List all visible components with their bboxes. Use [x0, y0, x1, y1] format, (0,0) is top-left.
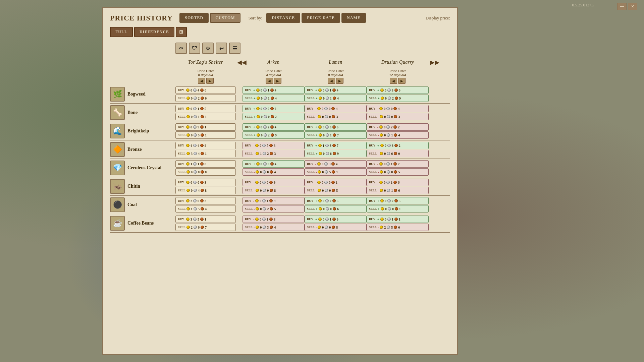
price-date-drusian: Price Date: 12 days old ◀ ▶: [367, 69, 429, 84]
item-name-cell-3: 🔶 Bronze: [110, 142, 175, 157]
buy-price-5-2: Buy -001: [305, 179, 367, 186]
item-icon-6: ⚫: [110, 197, 125, 212]
date-nav-fwd-lumen[interactable]: ▶: [336, 78, 343, 84]
buy-price-7-0: Buy 351: [175, 216, 236, 223]
item-divider: [110, 122, 450, 122]
item-divider: [110, 103, 450, 104]
panel-content: Price History Sorted Custom Sort by: Dis…: [103, 8, 457, 354]
date-nav-fwd-drusian[interactable]: ▶: [398, 78, 406, 84]
minimize-button[interactable]: —: [617, 3, 627, 10]
sell-price-2-2: Sell +017: [305, 131, 367, 139]
buy-price-6-1: Buy -019: [243, 197, 305, 204]
sell-price-6-2: Sell +006: [305, 205, 367, 213]
date-nav-back-arken[interactable]: ◀: [266, 78, 273, 84]
sell-price-1-3: Sell -003: [367, 113, 429, 120]
price-cell-0-1: Buy +014 Sell +014: [243, 86, 305, 102]
col-nav-right[interactable]: ▶▶: [429, 58, 435, 67]
item-name-cell-0: 🌿 Bogweed: [110, 87, 175, 102]
sort-by-label: Sort by:: [249, 15, 263, 21]
price-date-torzag: Price Date: 0 days old ◀ ▶: [175, 69, 236, 84]
buy-price-5-0: Buy 063: [175, 179, 236, 186]
price-cell-2-2: Buy +006 Sell +017: [305, 123, 367, 139]
sorted-button[interactable]: Sorted: [179, 13, 209, 23]
item-name-label-6: Coal: [127, 202, 137, 207]
price-date-lumen: Price Date: 8 days old ◀ ▶: [305, 69, 367, 84]
version-info: 0.5.25.0127E: [572, 3, 594, 8]
sort-distance-button[interactable]: Distance: [266, 13, 300, 23]
column-headers: Tor'Zag's Shelter ◀◀ Arken Lumen Drusian…: [110, 58, 450, 67]
item-icon-7: ☕: [110, 216, 125, 231]
sell-price-0-1: Sell +014: [243, 95, 305, 102]
buy-price-7-3: Buy +011: [367, 216, 429, 223]
filter-icon-armor[interactable]: 🛡: [189, 43, 200, 54]
item-name-label-0: Bogweed: [127, 92, 146, 97]
buy-price-0-2: Buy +014: [305, 86, 367, 94]
price-date-row: Price Date: 0 days old ◀ ▶ Price Date: 4…: [110, 69, 450, 84]
date-nav-back-torzag[interactable]: ◀: [198, 78, 205, 84]
buy-price-2-3: Buy -022: [367, 123, 429, 131]
header: Price History Sorted Custom Sort by: Dis…: [110, 13, 450, 37]
date-nav-fwd-arken[interactable]: ▶: [274, 78, 281, 84]
price-history-panel: Price History Sorted Custom Sort by: Dis…: [102, 7, 458, 355]
sort-buttons: Distance Price Date Name: [266, 13, 366, 23]
buy-price-6-3: Buy +025: [367, 197, 429, 204]
sell-price-0-3: Sell +029: [367, 95, 429, 102]
buy-price-3-0: Buy 449: [175, 142, 236, 149]
buy-price-2-2: Buy +006: [305, 123, 367, 131]
buy-price-4-0: Buy 116: [175, 160, 236, 168]
price-cell-1-3: Buy -004 Sell -003: [367, 105, 429, 120]
item-icon-5: 🦗: [110, 179, 125, 194]
display-full-button[interactable]: Full: [110, 27, 133, 37]
item-divider: [110, 232, 450, 233]
price-cell-6-0: Buy 203 Sell 154: [175, 197, 236, 213]
filter-icon-all[interactable]: ∞: [175, 43, 187, 54]
price-cell-5-2: Buy -001 Sell -005: [305, 179, 367, 194]
buy-price-6-0: Buy 203: [175, 197, 236, 204]
version-text: 0.5.25.0127E: [572, 3, 594, 7]
sell-price-7-1: Sell -034: [243, 224, 305, 231]
display-buttons: Full Difference ⊞: [110, 27, 187, 37]
price-cell-5-1: Buy -009 Sell -008: [243, 179, 305, 194]
sort-price-date-button[interactable]: Price Date: [302, 13, 340, 23]
filter-icon-back[interactable]: ↩: [216, 43, 227, 54]
item-icon-1: 🦴: [110, 105, 125, 120]
price-cell-0-2: Buy +014 Sell +014: [305, 86, 367, 102]
buy-price-4-3: Buy -017: [367, 160, 429, 168]
item-name-label-2: Brightkelp: [127, 128, 149, 134]
item-row: 💎 Ceruleus Crystal Buy 116 Sell 088 Buy …: [110, 160, 450, 176]
price-cell-3-2: Buy +137 Sell +069: [305, 142, 367, 157]
sort-name-button[interactable]: Name: [341, 13, 366, 23]
buy-price-1-2: Buy -004: [305, 105, 367, 112]
price-cell-4-1: Buy +004 Sell -004: [243, 160, 305, 176]
buy-price-1-3: Buy -004: [367, 105, 429, 112]
date-nav-back-drusian[interactable]: ◀: [390, 78, 397, 84]
buy-price-1-1: Buy +002: [243, 105, 305, 112]
close-button[interactable]: ✕: [628, 3, 637, 10]
price-cell-7-3: Buy +011 Sell -256: [367, 216, 429, 231]
window-controls: — ✕: [617, 3, 637, 10]
sell-price-6-3: Sell +001: [367, 205, 429, 213]
display-difference-button[interactable]: Difference: [134, 27, 174, 37]
sell-price-1-2: Sell -003: [305, 113, 367, 120]
price-cell-4-2: Buy -034 Sell -051: [305, 160, 367, 176]
sell-price-3-1: Sell -123: [243, 150, 305, 157]
buy-price-0-1: Buy +014: [243, 86, 305, 94]
item-row: ☕ Coffee Beans Buy 351 Sell 267 Buy -018…: [110, 216, 450, 231]
price-cell-0-0: Buy 040 Sell 026: [175, 86, 236, 102]
filter-icon-tools[interactable]: ⚙: [202, 43, 214, 54]
price-cell-4-3: Buy -017 Sell -085: [367, 160, 429, 176]
custom-button[interactable]: Custom: [210, 13, 240, 23]
date-nav-back-lumen[interactable]: ◀: [328, 78, 335, 84]
col-nav-left[interactable]: ◀◀: [236, 58, 243, 67]
sell-price-3-2: Sell +069: [305, 150, 367, 157]
date-nav-fwd-torzag[interactable]: ▶: [206, 78, 214, 84]
sell-price-6-0: Sell 154: [175, 205, 236, 213]
item-icon-3: 🔶: [110, 142, 125, 157]
item-row: 🌿 Bogweed Buy 040 Sell 026 Buy +014 Sell…: [110, 86, 450, 102]
price-cell-7-1: Buy -018 Sell -034: [243, 216, 305, 231]
filter-icon-list[interactable]: ☰: [229, 43, 240, 54]
item-name-label-1: Bone: [127, 110, 138, 115]
sell-price-5-2: Sell -005: [305, 187, 367, 194]
price-cell-3-1: Buy -053 Sell -123: [243, 142, 305, 157]
display-icon-button[interactable]: ⊞: [176, 27, 187, 37]
